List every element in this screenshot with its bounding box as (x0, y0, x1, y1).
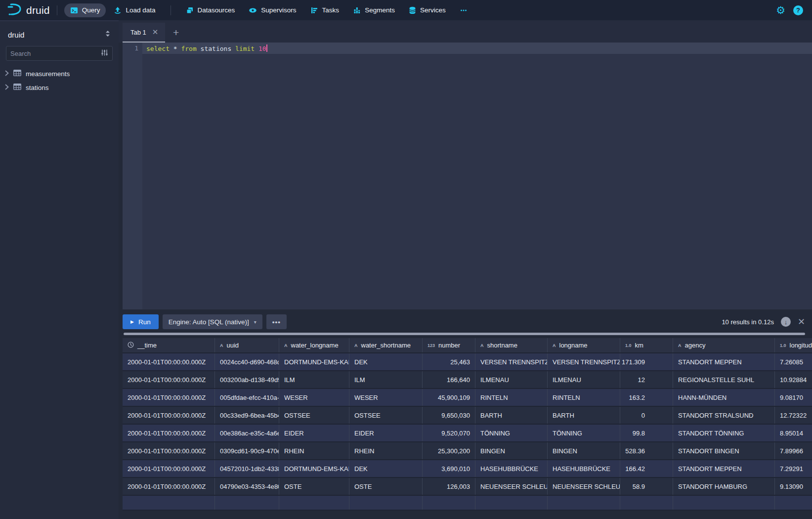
druid-logo[interactable]: druid (7, 2, 50, 18)
cell-number[interactable]: 166,640 (423, 371, 475, 388)
cell-agency[interactable]: STANDORT MEPPEN (673, 460, 775, 477)
cell-km[interactable]: 12 (620, 371, 673, 388)
nav-more-button[interactable] (454, 3, 473, 17)
cell-uuid[interactable]: 00c33ed9-6bea-45b4-87 (215, 407, 279, 424)
cell-km[interactable]: 0 (620, 407, 673, 424)
cell-__time[interactable]: 2000-01-01T00:00:00.000Z (123, 425, 215, 441)
cell-__time[interactable]: 2000-01-01T00:00:00.000Z (123, 460, 215, 477)
cell-longitude[interactable]: 9.13090 (775, 478, 812, 495)
cell-water_longname[interactable]: EIDER (279, 425, 349, 441)
cell-longname[interactable]: BINGEN (548, 442, 620, 459)
cell-water_longname[interactable]: RHEIN (279, 442, 349, 459)
cell-longitude[interactable]: 8.95014 (775, 425, 812, 441)
run-button[interactable]: ▶ Run (123, 314, 159, 329)
nav-item-load-data[interactable]: Load data (108, 3, 161, 17)
sql-query-text[interactable]: select * from stations limit 10 (146, 44, 267, 52)
nav-item-supervisors[interactable]: Supervisors (243, 3, 302, 17)
cell-uuid[interactable]: 04790e03-4353-4e80-be (215, 478, 279, 495)
cell-km[interactable]: 171.309 (620, 353, 673, 370)
cell-__time[interactable]: 2000-01-01T00:00:00.000Z (123, 371, 215, 388)
close-icon[interactable]: ✕ (152, 28, 159, 37)
cell-agency[interactable]: STANDORT BINGEN (673, 442, 775, 459)
cell-longitude[interactable]: 9.08170 (775, 389, 812, 406)
column-header-__time[interactable]: __time (123, 338, 215, 352)
cell-longitude[interactable]: 7.29291 (775, 460, 812, 477)
cell-agency[interactable]: STANDORT STRALSUND (673, 407, 775, 424)
cell-water_longname[interactable]: DORTMUND-EMS-KANA (279, 460, 349, 477)
column-header-longname[interactable]: Alongname (548, 338, 620, 352)
cell-longname[interactable]: HASEHUBBRÜCKE (548, 460, 620, 477)
cell-water_shortname[interactable]: DEK (349, 353, 423, 370)
horizontal-scrollbar[interactable] (124, 333, 805, 335)
cell-uuid[interactable]: 00e386ac-e35c-4a6e-80 (215, 425, 279, 441)
cell-longname[interactable]: RINTELN (548, 389, 620, 406)
column-header-number[interactable]: 123number (423, 338, 475, 352)
cell-agency[interactable]: STANDORT HAMBURG (673, 478, 775, 495)
cell-shortname[interactable]: TÖNNING (475, 425, 548, 441)
schema-selector[interactable]: druid (0, 21, 119, 46)
download-icon[interactable]: ↓ (781, 317, 791, 327)
cell-longitude[interactable]: 7.26085 (775, 353, 812, 370)
cell-uuid[interactable]: 04572010-1db2-4338-85 (215, 460, 279, 477)
cell-km[interactable]: 166.42 (620, 460, 673, 477)
cell-longname[interactable]: NEUENSEER SCHLEUSEN (548, 478, 620, 495)
cell-number[interactable]: 126,003 (423, 478, 475, 495)
cell-shortname[interactable]: NEUENSEER SCHLEUSEN (475, 478, 548, 495)
cell-longitude[interactable]: 7.89966 (775, 442, 812, 459)
search-input[interactable] (10, 50, 101, 57)
cell-km[interactable]: 163.2 (620, 389, 673, 406)
query-more-button[interactable]: ••• (266, 314, 287, 329)
gear-icon[interactable]: ⚙ (776, 5, 785, 15)
cell-agency[interactable]: STANDORT TÖNNING (673, 425, 775, 441)
cell-shortname[interactable]: RINTELN (475, 389, 548, 406)
nav-item-services[interactable]: Services (403, 3, 452, 17)
column-header-uuid[interactable]: Auuid (215, 338, 279, 352)
cell-longname[interactable]: TÖNNING (548, 425, 620, 441)
cell-number[interactable]: 3,690,010 (423, 460, 475, 477)
cell-km[interactable]: 99.8 (620, 425, 673, 441)
cell-uuid[interactable]: 005dfdae-efcc-410a-bf1 (215, 389, 279, 406)
column-header-longitude[interactable]: 1.0longitude (775, 338, 812, 352)
cell-number[interactable]: 45,900,109 (423, 389, 475, 406)
cell-agency[interactable]: STANDORT MEPPEN (673, 353, 775, 370)
cell-__time[interactable]: 2000-01-01T00:00:00.000Z (123, 442, 215, 459)
cell-number[interactable]: 9,650,030 (423, 407, 475, 424)
tree-item-measurements[interactable]: measurements (0, 67, 119, 81)
cell-shortname[interactable]: HASEHUBBRÜCKE (475, 460, 548, 477)
cell-water_shortname[interactable]: EIDER (349, 425, 423, 441)
cell-water_shortname[interactable]: DEK (349, 460, 423, 477)
cell-number[interactable]: 25,300,200 (423, 442, 475, 459)
column-header-water_shortname[interactable]: Awater_shortname (349, 338, 423, 352)
cell-shortname[interactable]: BARTH (475, 407, 548, 424)
cell-water_longname[interactable]: OSTE (279, 478, 349, 495)
cell-longname[interactable]: VERSEN TRENNSPITZE (548, 353, 620, 370)
nav-item-tasks[interactable]: Tasks (304, 3, 345, 17)
column-header-water_longname[interactable]: Awater_longname (279, 338, 349, 352)
cell-water_shortname[interactable]: OSTSEE (349, 407, 423, 424)
help-icon[interactable]: ? (793, 5, 803, 15)
cell-longname[interactable]: BARTH (548, 407, 620, 424)
nav-item-segments[interactable]: Segments (347, 3, 401, 17)
sliders-icon[interactable] (101, 49, 108, 58)
cell-water_longname[interactable]: WESER (279, 389, 349, 406)
cell-longitude[interactable]: 12.72322 (775, 407, 812, 424)
cell-number[interactable]: 25,463 (423, 353, 475, 370)
cell-__time[interactable]: 2000-01-01T00:00:00.000Z (123, 389, 215, 406)
cell-uuid[interactable]: 0024cc40-d690-468d-84 (215, 353, 279, 370)
cell-__time[interactable]: 2000-01-01T00:00:00.000Z (123, 407, 215, 424)
cell-agency[interactable]: HANN-MÜNDEN (673, 389, 775, 406)
cell-water_shortname[interactable]: WESER (349, 389, 423, 406)
cell-__time[interactable]: 2000-01-01T00:00:00.000Z (123, 478, 215, 495)
nav-item-datasources[interactable]: Datasources (180, 3, 241, 17)
cell-water_longname[interactable]: OSTSEE (279, 407, 349, 424)
add-tab-button[interactable]: + (165, 27, 187, 43)
engine-select[interactable]: Engine: Auto [SQL (native)] ▾ (163, 314, 262, 329)
cell-uuid[interactable]: 003200ab-d138-49d9-aa (215, 371, 279, 388)
cell-shortname[interactable]: VERSEN TRENNSPITZE (475, 353, 548, 370)
cell-shortname[interactable]: BINGEN (475, 442, 548, 459)
cell-longname[interactable]: ILMENAU (548, 371, 620, 388)
cell-uuid[interactable]: 0309cd61-90c9-470e-99 (215, 442, 279, 459)
cell-km[interactable]: 58.9 (620, 478, 673, 495)
column-header-agency[interactable]: Aagency (673, 338, 775, 352)
cell-number[interactable]: 9,520,070 (423, 425, 475, 441)
